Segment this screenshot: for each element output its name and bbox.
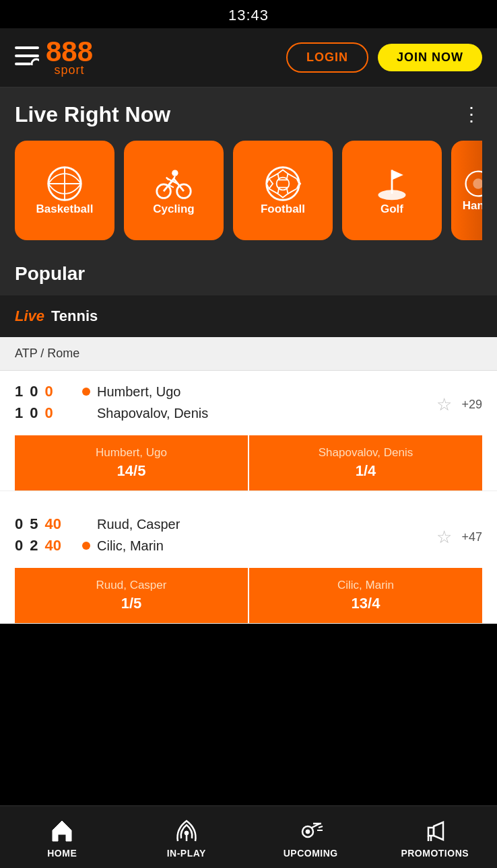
player-3-name: Ruud, Casper (97, 517, 180, 532)
live-tennis-header: Live Tennis (0, 295, 497, 337)
sport-label-basketball: Basketball (36, 203, 93, 216)
logo-sport: sport (55, 63, 85, 77)
svg-line-41 (319, 826, 323, 828)
score-names-1: 1 0 0 Humbert, Ugo 1 0 0 Shapovalov, D (15, 383, 436, 426)
score-1: 1 0 0 (15, 383, 75, 400)
player-4-name: Cilic, Marin (97, 538, 164, 554)
svg-point-38 (306, 830, 310, 834)
score-names-2: 0 5 40 Ruud, Casper 0 2 40 Cilic, Mari (15, 515, 436, 558)
status-bar: 13:43 (0, 0, 497, 28)
player-row-3: 0 5 40 Ruud, Casper (15, 515, 436, 533)
player-2-name: Shapovalov, Denis (97, 406, 208, 421)
sport-label-golf: Golf (380, 203, 403, 216)
sports-row: Basketball Cycling (15, 141, 482, 240)
menu-icon[interactable] (15, 46, 39, 69)
player-row-1: 1 0 0 Humbert, Ugo (15, 383, 436, 400)
live-right-now-title: Live Right Now (15, 102, 170, 127)
matches-container: ATP / Rome 1 0 0 Humbert, Ugo 1 (0, 337, 497, 624)
header-left: 888 sport (15, 38, 93, 77)
time-display: 13:43 (228, 7, 269, 24)
live-dot-2 (82, 542, 90, 550)
svg-point-20 (267, 168, 300, 201)
match-block-1: 1 0 0 Humbert, Ugo 1 0 0 Shapovalov, D (0, 371, 497, 491)
match-score-row-2: 0 5 40 Ruud, Casper 0 2 40 Cilic, Mari (15, 515, 482, 558)
score-2: 1 0 0 (15, 404, 75, 422)
nav-upcoming-label: UPCOMING (284, 848, 338, 859)
sport-card-handball[interactable]: Han... (451, 141, 482, 240)
svg-point-3 (32, 59, 39, 65)
sport-label-handball: Han... (463, 199, 482, 213)
svg-point-13 (172, 170, 178, 176)
nav-promotions-label: PROMOTIONS (401, 848, 469, 859)
more-count-1[interactable]: +29 (461, 398, 482, 412)
match-score-row-1: 1 0 0 Humbert, Ugo 1 0 0 Shapovalov, D (15, 383, 482, 426)
nav-home[interactable]: HOME (0, 806, 125, 868)
more-count-2[interactable]: +47 (461, 530, 482, 544)
tennis-title: Tennis (51, 308, 98, 325)
more-options-icon[interactable]: ⋮ (462, 109, 482, 120)
nav-home-label: HOME (47, 848, 77, 859)
svg-marker-31 (392, 170, 403, 180)
league-header-1: ATP / Rome (0, 337, 497, 371)
popular-section: Popular (0, 252, 497, 295)
player-row-4: 0 2 40 Cilic, Marin (15, 537, 436, 554)
nav-inplay-label: IN-PLAY (167, 848, 206, 859)
bet-buttons-1: Humbert, Ugo 14/5 Shapovalov, Denis 1/4 (15, 435, 482, 491)
nav-inplay[interactable]: IN-PLAY (125, 806, 249, 868)
join-button[interactable]: JOIN NOW (378, 44, 482, 71)
svg-rect-0 (15, 46, 39, 49)
header: 888 sport LOGIN JOIN NOW (0, 28, 497, 87)
svg-line-19 (166, 178, 169, 180)
header-right: LOGIN JOIN NOW (286, 42, 482, 73)
sport-card-cycling[interactable]: Cycling (124, 141, 224, 240)
bet-btn-1-player1[interactable]: Humbert, Ugo 14/5 (15, 435, 248, 491)
bottom-nav: HOME IN-PLAY UPCOMING (0, 805, 497, 868)
login-button[interactable]: LOGIN (286, 42, 368, 73)
svg-marker-24 (297, 179, 301, 189)
nav-promotions[interactable]: PROMOTIONS (373, 806, 498, 868)
sport-card-basketball[interactable]: Basketball (15, 141, 114, 240)
player-1-name: Humbert, Ugo (97, 384, 181, 400)
match-block-2: 0 5 40 Ruud, Casper 0 2 40 Cilic, Mari (0, 503, 497, 624)
bet-btn-2-player2[interactable]: Cilic, Marin 13/4 (249, 568, 482, 623)
svg-point-32 (378, 190, 405, 200)
favourite-icon-2[interactable]: ☆ (436, 527, 452, 548)
popular-title: Popular (15, 263, 85, 284)
svg-rect-1 (15, 55, 39, 57)
svg-rect-2 (15, 63, 31, 65)
live-header: Live Right Now ⋮ (15, 102, 482, 127)
live-badge: Live (15, 308, 44, 325)
score-4: 0 2 40 (15, 537, 75, 554)
sport-label-football: Football (261, 203, 305, 216)
bet-btn-1-player2[interactable]: Shapovalov, Denis 1/4 (249, 435, 482, 491)
sport-label-cycling: Cycling (153, 203, 194, 216)
live-dot-1 (82, 388, 90, 396)
bet-btn-2-player1[interactable]: Ruud, Casper 1/5 (15, 568, 248, 623)
favourite-icon-1[interactable]: ☆ (436, 394, 452, 415)
sport-card-golf[interactable]: Golf (342, 141, 442, 240)
match-actions-1: ☆ +29 (436, 394, 482, 415)
sport-card-football[interactable]: Football (233, 141, 333, 240)
svg-point-34 (473, 178, 482, 188)
score-3: 0 5 40 (15, 515, 75, 533)
player-row-2: 1 0 0 Shapovalov, Denis (15, 404, 436, 422)
logo-888: 888 (46, 38, 93, 66)
live-right-now-section: Live Right Now ⋮ Basketball (0, 87, 497, 252)
logo: 888 sport (46, 38, 93, 77)
nav-upcoming[interactable]: UPCOMING (249, 806, 373, 868)
bet-buttons-2: Ruud, Casper 1/5 Cilic, Marin 13/4 (15, 568, 482, 623)
match-actions-2: ☆ +47 (436, 527, 482, 548)
